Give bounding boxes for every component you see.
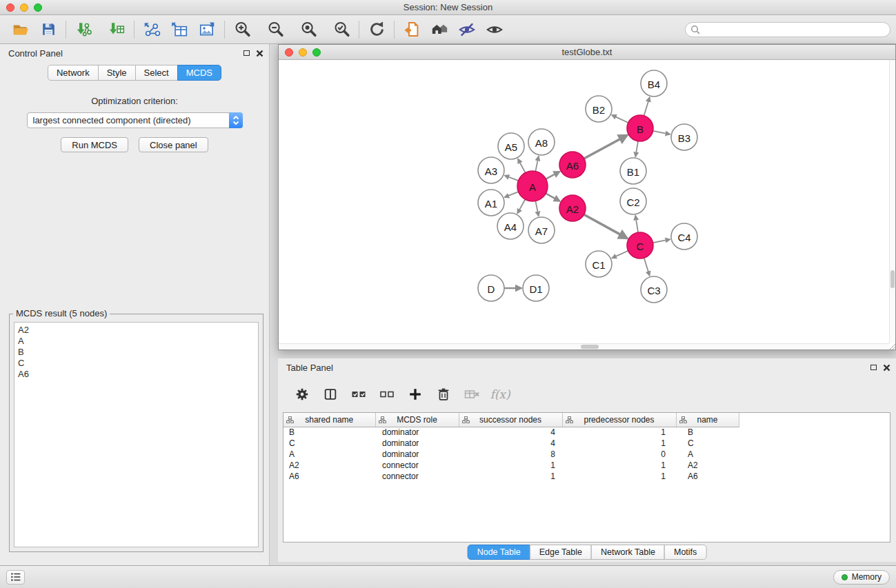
scrollbar-thumb[interactable]	[581, 345, 599, 349]
new-network-button[interactable]	[141, 19, 163, 41]
run-mcds-button[interactable]: Run MCDS	[61, 137, 128, 152]
close-panel-icon[interactable]	[883, 364, 890, 372]
zoom-fit-button[interactable]	[297, 19, 319, 41]
graph-edge-C-C1[interactable]	[612, 251, 628, 258]
zoom-selected-button[interactable]	[330, 19, 352, 41]
memory-button[interactable]: Memory	[833, 570, 890, 585]
graph-edge-A6-B[interactable]	[584, 135, 628, 159]
home-button[interactable]	[428, 19, 450, 41]
close-view-button[interactable]	[285, 48, 293, 57]
float-panel-icon[interactable]	[243, 50, 250, 56]
tab-motifs[interactable]: Motifs	[664, 545, 706, 560]
float-panel-icon[interactable]	[870, 365, 877, 370]
column-header-name[interactable]: name	[676, 413, 739, 427]
open-session-button[interactable]	[10, 19, 32, 41]
import-table-button[interactable]	[106, 19, 128, 41]
graph-node-A1[interactable]: A1	[478, 190, 504, 216]
minimize-view-button[interactable]	[299, 48, 307, 57]
function-builder-button[interactable]: f(x)	[491, 385, 509, 403]
close-window-button[interactable]	[6, 3, 14, 12]
column-header-mcds-role[interactable]: MCDS role	[375, 413, 459, 427]
list-item[interactable]: B	[18, 347, 255, 358]
graph-node-B3[interactable]: B3	[671, 124, 697, 150]
network-vertical-scrollbar[interactable]	[889, 60, 895, 343]
column-header-predecessor-nodes[interactable]: predecessor nodes	[562, 413, 676, 427]
close-panel-icon[interactable]	[256, 50, 263, 57]
graph-edge-A-A5[interactable]	[518, 159, 526, 173]
graph-edge-A-A8[interactable]	[535, 156, 538, 172]
zoom-out-button[interactable]	[264, 19, 286, 41]
minimize-window-button[interactable]	[20, 3, 28, 12]
tab-style[interactable]: Style	[98, 65, 136, 81]
show-details-button[interactable]	[484, 19, 506, 41]
zoom-in-button[interactable]	[231, 19, 253, 41]
delete-column-button[interactable]	[435, 385, 452, 403]
graph-edge-B-B3[interactable]	[653, 131, 670, 134]
graph-edge-B-B1[interactable]	[635, 141, 638, 157]
graph-node-A7[interactable]: A7	[528, 217, 555, 243]
graph-edge-B-B2[interactable]	[612, 115, 628, 123]
network-horizontal-scrollbar[interactable]	[279, 343, 889, 349]
graph-edge-A-A4[interactable]	[517, 199, 525, 213]
graph-node-C4[interactable]: C4	[671, 223, 697, 250]
graph-node-A4[interactable]: A4	[497, 213, 524, 239]
table-settings-button[interactable]	[293, 385, 311, 403]
tab-network[interactable]: Network	[48, 65, 99, 81]
tab-select[interactable]: Select	[135, 65, 178, 81]
export-image-button[interactable]	[196, 19, 218, 41]
graph-node-D1[interactable]: D1	[523, 275, 549, 301]
graph-node-A2[interactable]: A2	[559, 195, 586, 221]
graph-edge-A-A7[interactable]	[535, 201, 538, 216]
list-item[interactable]: A	[18, 336, 255, 347]
save-session-button[interactable]	[37, 19, 59, 41]
tab-edge-table[interactable]: Edge Table	[530, 545, 592, 560]
mcds-result-list[interactable]: A2 A B C A6	[14, 322, 259, 547]
graph-node-B4[interactable]: B4	[641, 70, 667, 97]
search-input[interactable]	[703, 25, 879, 34]
select-all-button[interactable]	[350, 385, 368, 403]
graph-node-A6[interactable]: A6	[559, 152, 586, 178]
graph-node-A8[interactable]: A8	[528, 129, 555, 155]
graph-node-A[interactable]: A	[517, 171, 548, 201]
graph-node-C2[interactable]: C2	[620, 188, 646, 214]
refresh-network-button[interactable]	[366, 19, 388, 41]
export-table-button[interactable]	[168, 19, 190, 41]
table-row[interactable]: A2 connector 1 1 A2	[283, 460, 739, 471]
close-panel-button[interactable]: Close panel	[139, 137, 208, 152]
list-item[interactable]: A2	[18, 325, 255, 336]
show-panels-button[interactable]	[6, 570, 25, 585]
import-document-button[interactable]	[401, 19, 423, 41]
hide-details-button[interactable]	[456, 19, 478, 41]
tab-node-table[interactable]: Node Table	[468, 545, 530, 560]
list-item[interactable]: A6	[18, 369, 255, 380]
deselect-all-button[interactable]	[378, 385, 396, 403]
table-row[interactable]: B dominator 4 1 B	[283, 427, 739, 438]
search-box[interactable]	[685, 22, 890, 37]
list-item[interactable]: C	[18, 358, 255, 369]
column-header-successor-nodes[interactable]: successor nodes	[459, 413, 562, 427]
graph-edge-A-A2[interactable]	[546, 194, 559, 201]
graph-node-B[interactable]: B	[627, 115, 653, 141]
table-row[interactable]: A6 connector 1 1 A6	[283, 471, 739, 482]
graph-node-B1[interactable]: B1	[620, 158, 646, 184]
add-column-button[interactable]	[406, 385, 424, 403]
graph-edge-A-A6[interactable]	[546, 172, 559, 179]
scrollbar-thumb[interactable]	[890, 270, 895, 288]
table-row[interactable]: A dominator 8 0 A	[283, 449, 739, 460]
network-canvas[interactable]: B4B2BB3A5A8A6A3AB1A1A2C2A4A7C4CC1DD1C3	[279, 60, 895, 349]
graph-edge-A-A3[interactable]	[505, 176, 519, 181]
graph-node-C3[interactable]: C3	[641, 276, 667, 303]
zoom-view-button[interactable]	[312, 48, 321, 57]
graph-node-C[interactable]: C	[627, 232, 653, 258]
zoom-window-button[interactable]	[34, 3, 42, 12]
graph-edge-B-B4[interactable]	[644, 97, 650, 116]
graph-node-C1[interactable]: C1	[586, 251, 612, 277]
graph-edge-C-C4[interactable]	[653, 239, 670, 243]
network-window-titlebar[interactable]: testGlobe.txt	[279, 45, 895, 60]
import-network-button[interactable]	[72, 19, 94, 41]
graph-edge-C-C2[interactable]	[635, 216, 638, 233]
graph-node-D[interactable]: D	[478, 275, 504, 301]
resize-grip-icon[interactable]	[888, 343, 895, 349]
graph-edge-C-C3[interactable]	[644, 258, 650, 276]
tab-mcds[interactable]: MCDS	[177, 65, 221, 81]
